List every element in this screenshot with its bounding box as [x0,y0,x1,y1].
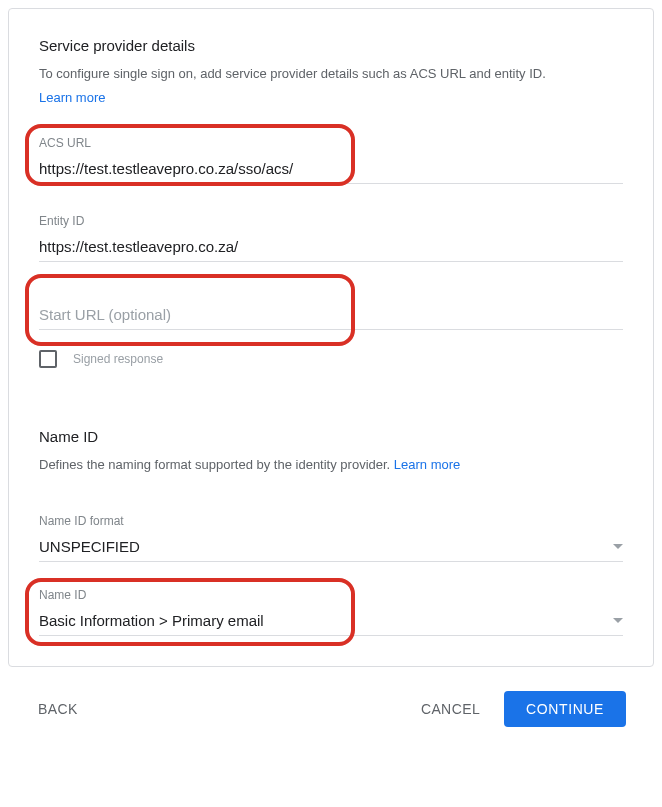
footer-actions: BACK CANCEL CONTINUE [8,667,654,737]
chevron-down-icon [613,544,623,549]
start-url-input[interactable] [39,302,623,330]
acs-url-field: ACS URL [39,136,623,184]
name-id-format-label: Name ID format [39,514,623,528]
signed-response-checkbox[interactable] [39,350,57,368]
acs-url-label: ACS URL [39,136,623,150]
section-title: Name ID [39,428,623,445]
name-id-label: Name ID [39,588,623,602]
name-id-format-select[interactable]: UNSPECIFIED [39,534,623,562]
name-id-select[interactable]: Basic Information > Primary email [39,608,623,636]
section-title: Service provider details [39,37,623,54]
section-description: To configure single sign on, add service… [39,64,623,84]
name-id-format-field: Name ID format UNSPECIFIED [39,514,623,562]
name-id-section: Name ID Defines the naming format suppor… [39,428,623,637]
learn-more-link[interactable]: Learn more [39,90,105,105]
cancel-button[interactable]: CANCEL [417,693,484,725]
signed-response-row: Signed response [39,350,623,368]
section-description: Defines the naming format supported by t… [39,455,623,475]
start-url-field [39,302,623,330]
entity-id-label: Entity ID [39,214,623,228]
select-value: UNSPECIFIED [39,538,140,555]
acs-url-input[interactable] [39,156,623,184]
signed-response-label: Signed response [73,352,163,366]
continue-button[interactable]: CONTINUE [504,691,626,727]
description-text: Defines the naming format supported by t… [39,457,394,472]
back-button[interactable]: BACK [34,693,82,725]
settings-card: Service provider details To configure si… [8,8,654,667]
name-id-field: Name ID Basic Information > Primary emai… [39,588,623,636]
service-provider-section: Service provider details To configure si… [39,37,623,368]
entity-id-input[interactable] [39,234,623,262]
select-value: Basic Information > Primary email [39,612,264,629]
chevron-down-icon [613,618,623,623]
footer-right: CANCEL CONTINUE [417,691,626,727]
learn-more-link[interactable]: Learn more [394,457,460,472]
entity-id-field: Entity ID [39,214,623,262]
